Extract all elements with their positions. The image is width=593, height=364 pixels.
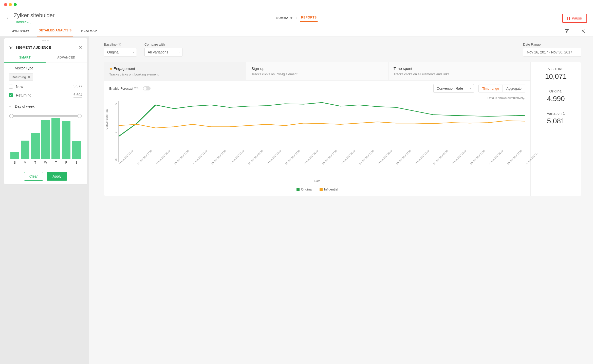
- variation-label: Variation 1: [535, 111, 577, 116]
- accordion-toggle-visitor-type[interactable]: − Visitor Type: [9, 66, 82, 70]
- tab-detailed-analysis[interactable]: DETAILED ANALYSIS: [37, 25, 73, 36]
- window-controls: [0, 0, 593, 9]
- metric-tabs: ★EngagementTracks clicks on .booking ele…: [104, 62, 530, 81]
- close-icon[interactable]: ✕: [79, 45, 82, 50]
- y-axis-label: Conversion Rate: [105, 109, 108, 129]
- metric-tab-sign-up[interactable]: Sign-upTracks clicks on .btn-lg element.: [246, 62, 388, 80]
- divider: [575, 27, 575, 34]
- pause-icon: [567, 17, 570, 20]
- dow-bar-f: F: [62, 121, 71, 164]
- x-axis-label: Date: [104, 179, 530, 184]
- maximize-window-dot[interactable]: [14, 3, 17, 6]
- compare-select[interactable]: All Variations: [144, 48, 182, 56]
- svg-point-1: [582, 30, 583, 31]
- svg-point-0: [584, 29, 585, 30]
- section-day-of-week: − Day of week SMTWTFS: [4, 101, 87, 167]
- view-time-range[interactable]: Time-range: [479, 85, 503, 92]
- visitor-type-label: Visitor Type: [15, 66, 33, 70]
- seg-tab-advanced[interactable]: ADVANCED: [46, 53, 87, 63]
- svg-point-2: [584, 32, 585, 32]
- apply-button[interactable]: Apply: [47, 172, 67, 181]
- top-tabs: SUMMARY › REPORTS: [275, 14, 318, 22]
- y-axis-ticks: 210: [113, 101, 117, 162]
- dow-bar-t: T: [31, 133, 40, 164]
- legend-influential: Influential: [320, 187, 338, 191]
- view-aggregate[interactable]: Aggregate: [503, 85, 525, 92]
- original-label: Original: [535, 89, 577, 93]
- day-of-week-label: Day of week: [15, 104, 34, 108]
- chart-legend: OriginalInfluential: [104, 184, 530, 196]
- header-bar: ← Zylker sitebuider RUNNING SUMMARY › RE…: [0, 9, 593, 25]
- slider-handle-right[interactable]: [78, 114, 82, 118]
- chip-label: Returning: [12, 75, 26, 79]
- checkbox-returning[interactable]: [9, 93, 13, 97]
- share-icon[interactable]: [580, 27, 587, 34]
- sidebar-title: SEGMENT AUDIENCE: [15, 46, 51, 49]
- visitors-value: 10,071: [535, 72, 577, 81]
- dow-bar-m: M: [21, 141, 30, 164]
- close-window-dot[interactable]: [4, 3, 7, 6]
- checkbox-label-new: New: [16, 85, 73, 89]
- tab-overview[interactable]: OVERVIEW: [10, 26, 30, 36]
- metric-tab-time-spent[interactable]: Time spentTracks clicks on all elements …: [388, 62, 530, 80]
- dow-bar-t: T: [51, 118, 60, 164]
- star-icon: ★: [109, 66, 113, 71]
- compare-label: Compare with: [144, 43, 182, 46]
- section-visitor-type: − Visitor Type Returning ✕ New 3,377 Ret…: [4, 63, 87, 101]
- funnel-icon: [9, 45, 13, 49]
- page-title: Zylker sitebuider: [14, 12, 54, 19]
- accordion-toggle-day-of-week[interactable]: − Day of week: [9, 104, 82, 109]
- filter-icon[interactable]: [563, 27, 570, 34]
- pause-button[interactable]: Pause: [562, 14, 587, 23]
- segment-sidebar: ═══ SEGMENT AUDIENCE ✕ SMART ADVANCED − …: [4, 38, 87, 184]
- minus-icon: −: [9, 66, 11, 70]
- drag-handle-icon[interactable]: ═══: [4, 38, 87, 42]
- subnav-actions: [563, 27, 587, 34]
- variation-value: 5,081: [535, 117, 577, 125]
- day-range-slider[interactable]: [10, 115, 81, 117]
- status-badge: RUNNING: [14, 20, 31, 24]
- metric-tab-engagement[interactable]: ★EngagementTracks clicks on .booking ele…: [104, 62, 246, 80]
- count-new: 3,377: [73, 84, 82, 89]
- chip-remove-icon[interactable]: ✕: [27, 75, 30, 79]
- date-range-label: Date Range: [523, 43, 581, 46]
- day-of-week-bar-chart: SMTWTFS: [9, 121, 82, 164]
- tab-reports[interactable]: REPORTS: [300, 14, 318, 22]
- original-value: 4,990: [535, 95, 577, 103]
- minimize-window-dot[interactable]: [9, 3, 12, 6]
- chip-returning: Returning ✕: [9, 73, 33, 81]
- baseline-select[interactable]: Original: [104, 48, 137, 56]
- forecast-toggle[interactable]: [143, 86, 151, 90]
- date-range-input[interactable]: Nov 16, 2017 - Nov 30, 2017: [523, 48, 581, 56]
- title-block: Zylker sitebuider RUNNING: [14, 12, 54, 24]
- back-arrow-icon[interactable]: ←: [6, 15, 11, 21]
- seg-tab-smart[interactable]: SMART: [4, 53, 46, 63]
- checkbox-new[interactable]: [9, 85, 13, 89]
- chevron-right-icon: ›: [296, 16, 298, 20]
- main-content: Baseline? Original Compare with All Vari…: [89, 36, 593, 364]
- forecast-label: Enable ForecastBeta: [109, 86, 138, 90]
- count-returning: 6,694: [73, 93, 82, 98]
- view-toggle: Time-range Aggregate: [478, 85, 525, 92]
- dow-bar-w: W: [41, 120, 50, 164]
- checkbox-label-returning: Returning: [16, 93, 73, 97]
- clear-button[interactable]: Clear: [24, 172, 43, 181]
- minus-icon: −: [9, 104, 11, 109]
- pause-button-label: Pause: [572, 16, 582, 20]
- tab-summary[interactable]: SUMMARY: [275, 14, 294, 22]
- legend-original: Original: [296, 187, 312, 191]
- help-icon[interactable]: ?: [118, 43, 121, 46]
- cumulative-note: Data is shown cumulatively.: [104, 96, 530, 101]
- subnav: OVERVIEW DETAILED ANALYSIS HEATMAP: [0, 25, 593, 36]
- report-panel: ★EngagementTracks clicks on .booking ele…: [104, 62, 581, 196]
- tab-heatmap[interactable]: HEATMAP: [80, 26, 99, 36]
- visitors-label: VISITORS: [535, 67, 577, 71]
- baseline-label: Baseline?: [104, 43, 137, 46]
- metric-select[interactable]: Conversion Rate: [433, 84, 474, 93]
- dow-bar-s: S: [10, 152, 19, 164]
- dow-bar-s: S: [72, 141, 81, 164]
- slider-handle-left[interactable]: [9, 114, 13, 118]
- stats-sidebar: VISITORS 10,071 Original 4,990 Variation…: [530, 62, 581, 196]
- x-axis-ticks: 16 Nov 2017 17:0017 Nov 2017 17:0018 Nov…: [118, 163, 525, 176]
- conversion-chart: Conversion Rate 210 16 Nov 2017 17:0017 …: [104, 101, 530, 170]
